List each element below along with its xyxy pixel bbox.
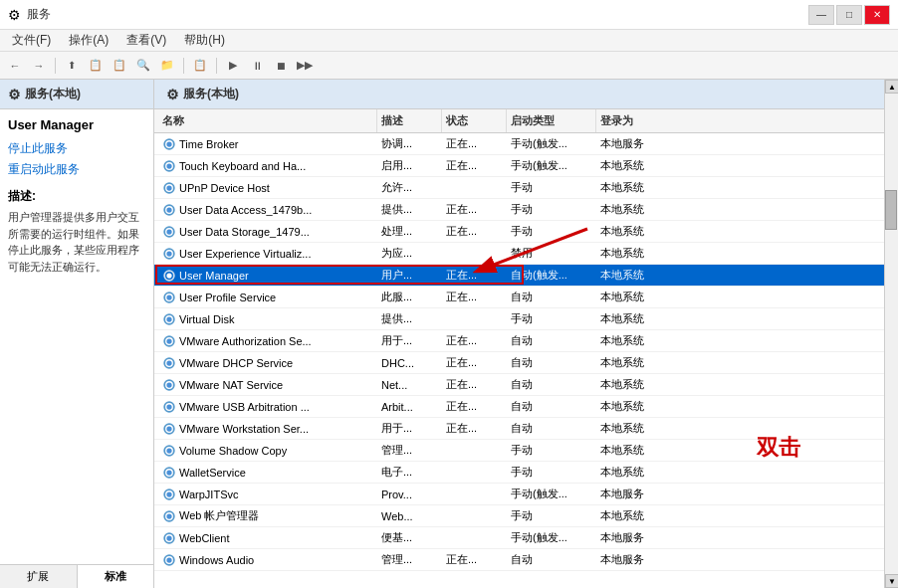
service-name-cell: Windows Audio [158,549,377,570]
col-logon[interactable]: 登录为 [596,109,676,132]
table-row[interactable]: VMware Workstation Ser...用于...正在...自动本地系… [154,418,884,440]
svg-point-7 [166,294,171,299]
table-row[interactable]: VMware NAT ServiceNet...正在...自动本地系统 [154,374,884,396]
menu-bar: 文件(F) 操作(A) 查看(V) 帮助(H) [0,30,898,52]
service-startup-cell: 禁用 [507,243,596,264]
service-status-cell [442,484,507,504]
service-icon [162,334,176,348]
service-icon [162,137,176,151]
stop-service-link[interactable]: 停止此服务 [8,140,145,157]
col-desc[interactable]: 描述 [377,109,442,132]
scroll-up-button[interactable]: ▲ [885,80,898,94]
folder-button[interactable]: 📁 [156,55,178,77]
service-name-cell: Volume Shadow Copy [158,440,377,461]
restart-service-link[interactable]: 重启动此服务 [8,161,145,178]
service-name-cell: User Data Access_1479b... [158,199,377,220]
table-row[interactable]: VMware Authorization Se...用于...正在...自动本地… [154,330,884,352]
table-row[interactable]: VMware DHCP ServiceDHC...正在...自动本地系统 [154,352,884,374]
service-startup-cell: 自动 [507,549,596,570]
service-logon-cell: 本地系统 [596,462,676,483]
table-body: Time Broker协调...正在...手动(触发...本地服务 Touch … [154,133,884,588]
properties-button[interactable]: 📋 [189,55,211,77]
maximize-button[interactable]: □ [836,5,862,25]
restart-service-button[interactable]: ▶▶ [294,55,316,77]
svg-point-16 [166,491,171,496]
table-row[interactable]: WebClient便基...手动(触发...本地服务 [154,527,884,549]
tab-standard[interactable]: 标准 [78,565,154,588]
col-status[interactable]: 状态 [442,109,507,132]
scroll-track[interactable] [885,94,898,574]
service-startup-cell: 手动(触发... [507,484,596,504]
service-status-cell: 正在... [442,330,507,351]
service-status-cell: 正在... [442,265,507,286]
service-desc-cell: 用于... [377,418,442,439]
table-row[interactable]: User Data Storage_1479...处理...正在...手动本地系… [154,221,884,243]
table-row[interactable]: Virtual Disk提供...手动本地系统 [154,308,884,330]
svg-point-10 [166,360,171,365]
svg-point-6 [166,273,171,278]
service-desc-cell: 用于... [377,330,442,351]
table-row[interactable]: WalletService电子...手动本地系统 [154,462,884,484]
service-desc-cell: 便基... [377,527,442,548]
table-row[interactable]: Web 帐户管理器Web...手动本地系统 [154,505,884,527]
service-startup-cell: 手动 [507,440,596,461]
service-icon [162,531,176,545]
minimize-button[interactable]: — [808,5,834,25]
service-icon [162,466,176,480]
forward-button[interactable]: → [28,55,50,77]
svg-point-1 [166,163,171,168]
menu-view[interactable]: 查看(V) [118,30,174,51]
back-button[interactable]: ← [4,55,26,77]
table-row[interactable]: User Data Access_1479b...提供...正在...手动本地系… [154,199,884,221]
service-desc-cell: 管理... [377,549,442,570]
copy-button[interactable]: 📋 [85,55,107,77]
service-status-cell: 正在... [442,549,507,570]
up-button[interactable]: ⬆ [61,55,83,77]
table-row[interactable]: VMware USB Arbitration ...Arbit...正在...自… [154,396,884,418]
table-row[interactable]: User Profile Service此服...正在...自动本地系统 [154,287,884,308]
service-status-cell: 正在... [442,287,507,307]
toolbar: ← → ⬆ 📋 📋 🔍 📁 📋 ▶ ⏸ ⏹ ▶▶ [0,52,898,80]
tab-expand[interactable]: 扩展 [0,565,78,588]
table-row[interactable]: WarpJITSvcProv...手动(触发...本地服务 [154,484,884,505]
svg-point-0 [166,141,171,146]
service-name-cell: User Profile Service [158,287,377,307]
table-row[interactable]: UPnP Device Host允许...手动本地系统 [154,177,884,199]
service-desc-cell: Arbit... [377,396,442,417]
service-icon [162,247,176,261]
search-button[interactable]: 🔍 [132,55,154,77]
menu-file[interactable]: 文件(F) [4,30,59,51]
svg-point-3 [166,207,171,212]
table-row[interactable]: Time Broker协调...正在...手动(触发...本地服务 [154,133,884,155]
service-status-cell: 正在... [442,133,507,154]
col-name[interactable]: 名称 [158,109,377,132]
paste-button[interactable]: 📋 [109,55,130,77]
start-service-button[interactable]: ▶ [222,55,244,77]
service-desc-cell: DHC... [377,352,442,373]
service-status-cell: 正在... [442,155,507,176]
menu-help[interactable]: 帮助(H) [176,30,233,51]
service-icon [162,378,176,392]
service-name-cell: WarpJITSvc [158,484,377,504]
service-desc-cell: 管理... [377,440,442,461]
svg-point-8 [166,316,171,321]
pause-service-button[interactable]: ⏸ [246,55,268,77]
svg-point-11 [166,382,171,387]
scroll-thumb[interactable] [885,190,897,230]
table-row[interactable]: Touch Keyboard and Ha...启用...正在...手动(触发.… [154,155,884,177]
col-startup[interactable]: 启动类型 [507,109,596,132]
menu-action[interactable]: 操作(A) [61,30,116,51]
stop-service-button[interactable]: ⏹ [270,55,292,77]
service-name-cell: VMware Authorization Se... [158,330,377,351]
scroll-down-button[interactable]: ▼ [885,574,898,588]
svg-point-12 [166,404,171,409]
table-row[interactable]: Volume Shadow Copy管理...手动本地系统 [154,440,884,462]
left-panel: ⚙ 服务(本地) User Manager 停止此服务 重启动此服务 描述: 用… [0,80,154,588]
close-button[interactable]: ✕ [864,5,890,25]
service-startup-cell: 手动 [507,462,596,483]
description-label: 描述: [8,188,145,205]
title-bar: ⚙ 服务 — □ ✕ [0,0,898,30]
table-row[interactable]: User Experience Virtualiz...为应...禁用本地系统 [154,243,884,265]
table-row[interactable]: User Manager用户...正在...自动(触发...本地系统 [154,265,884,287]
table-row[interactable]: Windows Audio管理...正在...自动本地服务 [154,549,884,571]
